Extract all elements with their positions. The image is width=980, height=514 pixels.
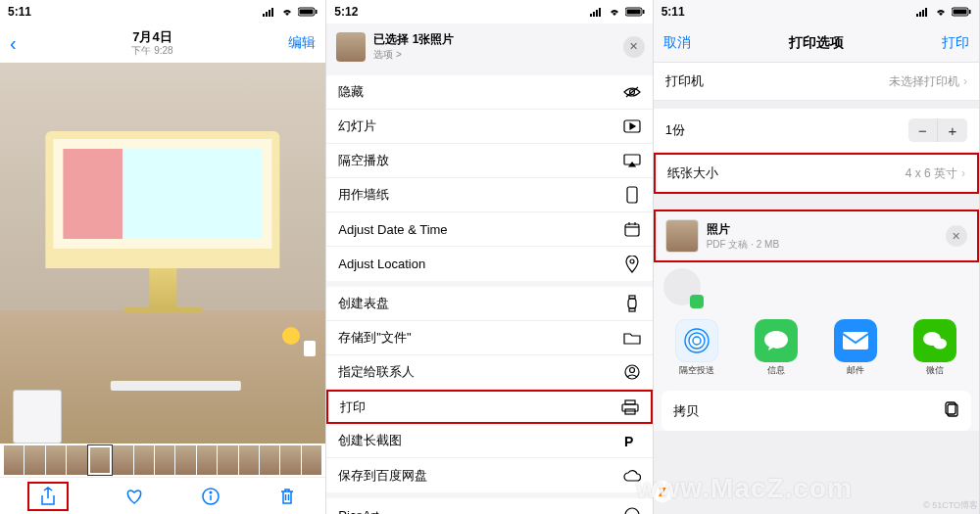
action-label: 打印 bbox=[340, 398, 366, 416]
svg-rect-3 bbox=[271, 8, 273, 17]
thumbnail[interactable] bbox=[88, 445, 112, 475]
close-button[interactable]: ✕ bbox=[946, 225, 967, 247]
share-button[interactable] bbox=[27, 482, 69, 511]
app-label: 隔空投送 bbox=[660, 364, 735, 377]
wechat-icon bbox=[913, 319, 956, 362]
chevron-right-icon: › bbox=[963, 74, 967, 88]
svg-rect-47 bbox=[843, 332, 868, 350]
battery-icon bbox=[625, 7, 645, 17]
stepper-minus[interactable]: − bbox=[908, 118, 938, 142]
back-chevron-icon[interactable]: ‹ bbox=[10, 32, 17, 55]
svg-rect-2 bbox=[269, 10, 270, 17]
info-button[interactable] bbox=[200, 486, 221, 507]
action-row-p[interactable]: 创建长截图P bbox=[326, 424, 652, 458]
app-badge-icon bbox=[690, 295, 704, 308]
thumbnail[interactable] bbox=[218, 445, 237, 475]
svg-point-44 bbox=[693, 337, 701, 345]
action-row-picsart[interactable]: PicsArt bbox=[326, 498, 652, 514]
action-row-pin[interactable]: Adjust Location bbox=[326, 247, 652, 281]
svg-rect-13 bbox=[599, 8, 601, 17]
stepper-plus[interactable]: + bbox=[938, 118, 967, 142]
action-row-calendar[interactable]: Adjust Date & Time bbox=[326, 212, 652, 247]
thumbnail[interactable] bbox=[260, 445, 279, 475]
photo-time: 下午 9:28 bbox=[131, 45, 172, 56]
svg-text:P: P bbox=[624, 434, 633, 448]
thumbnail[interactable] bbox=[155, 445, 174, 475]
screen-print-options: 5:11 取消 打印选项 打印 打印机 未选择打印机› 1份 − + 纸张大小 … bbox=[654, 0, 980, 514]
chevron-right-icon: › bbox=[961, 166, 965, 180]
svg-point-9 bbox=[210, 491, 212, 493]
cancel-button[interactable]: 取消 bbox=[663, 34, 691, 52]
action-label: 创建长截图 bbox=[338, 432, 402, 449]
action-row-cloud[interactable]: 保存到百度网盘 bbox=[326, 458, 652, 492]
action-list[interactable]: 隐藏幻灯片隔空播放用作墙纸Adjust Date & TimeAdjust Lo… bbox=[326, 70, 652, 514]
svg-rect-11 bbox=[593, 12, 595, 17]
thumbnail[interactable] bbox=[175, 445, 195, 475]
wifi-icon bbox=[934, 7, 948, 17]
copy-row[interactable]: 拷贝 bbox=[662, 391, 971, 431]
share-icon bbox=[37, 486, 59, 507]
watermark-large: www.MacZ.com bbox=[636, 473, 853, 504]
action-row-watch[interactable]: 创建表盘 bbox=[326, 287, 652, 321]
action-row-airplay[interactable]: 隔空播放 bbox=[326, 144, 652, 178]
svg-rect-32 bbox=[625, 400, 635, 404]
share-header: 照片 PDF 文稿 · 2 MB ✕ bbox=[654, 210, 979, 262]
action-row-folder[interactable]: 存储到"文件" bbox=[326, 321, 652, 355]
svg-point-31 bbox=[629, 368, 634, 373]
airplay-icon bbox=[623, 152, 641, 169]
thumbnail[interactable] bbox=[46, 445, 66, 475]
thumbnail[interactable] bbox=[197, 445, 217, 475]
thumbnail[interactable] bbox=[113, 445, 132, 475]
action-row-eye-slash[interactable]: 隐藏 bbox=[326, 75, 652, 110]
thumbnail[interactable] bbox=[280, 445, 300, 475]
print-button[interactable]: 打印 bbox=[942, 34, 969, 52]
action-row-play-rectangle[interactable]: 幻灯片 bbox=[326, 110, 652, 144]
thumbnail-strip[interactable] bbox=[0, 444, 325, 477]
thumbnail[interactable] bbox=[67, 445, 86, 475]
app-wechat[interactable]: 微信 bbox=[898, 319, 973, 377]
thumbnail[interactable] bbox=[4, 445, 24, 475]
action-label: Adjust Location bbox=[338, 257, 425, 271]
svg-rect-5 bbox=[300, 10, 314, 15]
thumbnail[interactable] bbox=[134, 445, 154, 475]
svg-rect-15 bbox=[626, 10, 640, 15]
paper-size-row[interactable]: 纸张大小 4 x 6 英寸› bbox=[654, 153, 979, 194]
printer-row[interactable]: 打印机 未选择打印机› bbox=[654, 63, 979, 101]
delete-button[interactable] bbox=[276, 486, 298, 507]
status-time: 5:11 bbox=[662, 5, 685, 19]
app-msg[interactable]: 信息 bbox=[739, 319, 814, 377]
thumbnail[interactable] bbox=[239, 445, 259, 475]
action-label: 幻灯片 bbox=[338, 117, 376, 135]
edit-button[interactable]: 编辑 bbox=[288, 34, 316, 52]
play-rectangle-icon bbox=[623, 117, 641, 135]
close-icon: ✕ bbox=[952, 230, 960, 243]
airdrop-icon bbox=[675, 319, 718, 362]
app-label: 微信 bbox=[898, 364, 973, 377]
printer-value: 未选择打印机 bbox=[889, 73, 959, 90]
svg-rect-42 bbox=[953, 10, 966, 15]
app-mail[interactable]: 邮件 bbox=[818, 319, 894, 377]
status-bar: 5:12 bbox=[326, 0, 652, 23]
mail-icon bbox=[834, 319, 877, 362]
action-label: 指定给联系人 bbox=[338, 363, 415, 381]
svg-point-45 bbox=[689, 333, 705, 349]
print-settings: 打印机 未选择打印机› 1份 − + 纸张大小 4 x 6 英寸› bbox=[654, 63, 979, 194]
copies-stepper[interactable]: − + bbox=[908, 118, 967, 142]
pin-icon bbox=[623, 256, 641, 273]
thumbnail[interactable] bbox=[302, 445, 321, 475]
action-row-device[interactable]: 用作墙纸 bbox=[326, 178, 652, 212]
favorite-button[interactable] bbox=[123, 486, 145, 507]
close-button[interactable]: ✕ bbox=[623, 36, 645, 58]
photo-viewer[interactable] bbox=[0, 63, 325, 444]
screen-photos: 5:11 ‹ 7月4日 下午 9:28 编辑 bbox=[0, 0, 326, 514]
action-row-print[interactable]: 打印 bbox=[326, 390, 652, 424]
bottom-toolbar bbox=[0, 477, 325, 514]
contact-suggestions[interactable] bbox=[654, 262, 979, 311]
app-airdrop[interactable]: 隔空投送 bbox=[660, 319, 735, 377]
copy-icon bbox=[944, 400, 959, 421]
thumbnail[interactable] bbox=[24, 445, 44, 475]
action-row-contact[interactable]: 指定给联系人 bbox=[326, 355, 652, 390]
status-bar: 5:11 bbox=[0, 0, 325, 23]
sheet-options-link[interactable]: 选项 > bbox=[373, 48, 454, 62]
contact-avatar[interactable] bbox=[663, 268, 701, 305]
